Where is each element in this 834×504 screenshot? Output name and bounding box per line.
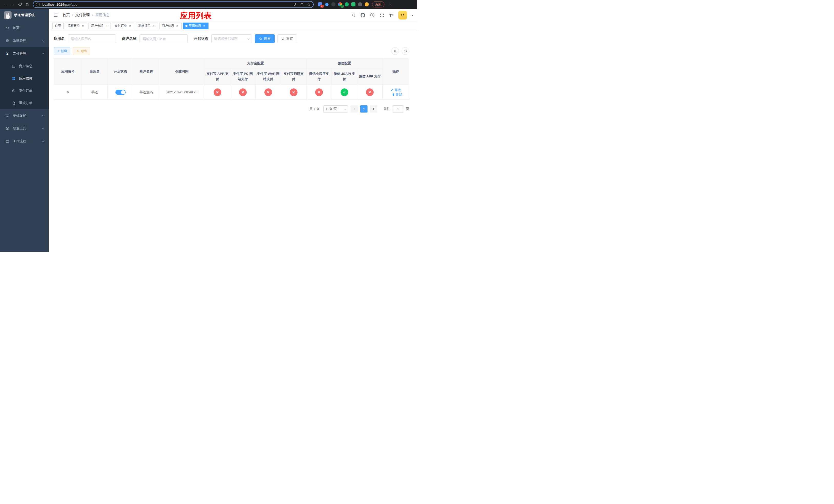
fullscreen-icon[interactable] (379, 13, 385, 18)
tab-refund-orders[interactable]: 退款订单 (136, 23, 158, 29)
group-header-alipay: 支付宝配置 (205, 59, 306, 68)
toggle-search-button[interactable] (391, 47, 399, 55)
delete-link[interactable]: 删除 (392, 92, 402, 97)
next-page-button[interactable] (370, 105, 377, 113)
extension-icon-3[interactable] (330, 1, 337, 8)
sidebar-item-label: 支付管理 (13, 51, 26, 56)
address-bar[interactable]: localhost:1024/pay/app (33, 1, 314, 8)
extension-icon-4[interactable]: 1 (337, 1, 344, 8)
page-size-select[interactable]: 10条/页 (323, 105, 348, 113)
cell-actions: 修改 删除 (382, 85, 409, 100)
breadcrumb-payment[interactable]: 支付管理 (75, 13, 90, 18)
font-size-icon[interactable] (389, 13, 394, 18)
tab-close-icon[interactable] (81, 24, 85, 28)
col-header-merchant: 商户名称 (133, 59, 159, 85)
sidebar-item-label: 研发工具 (13, 126, 26, 131)
prev-page-button[interactable] (351, 105, 358, 113)
browser-menu-button[interactable] (387, 1, 394, 8)
col-header-alipay-pc: 支付宝 PC 网站支付 (230, 68, 256, 85)
tab-user-group[interactable]: 用户分组 (88, 23, 111, 29)
status-select[interactable]: 请选择开启状态 (211, 35, 252, 43)
site-info-icon[interactable] (36, 3, 40, 6)
share-icon[interactable] (300, 3, 304, 6)
bookmark-star-icon[interactable] (307, 2, 311, 7)
tab-close-icon[interactable] (105, 24, 108, 28)
page-number-button[interactable]: 1 (360, 105, 368, 113)
password-key-icon[interactable] (293, 3, 297, 6)
help-icon[interactable] (370, 13, 375, 18)
goto-page-input[interactable] (392, 105, 404, 113)
col-header-actions: 操作 (382, 59, 409, 85)
sidebar-item-infrastructure[interactable]: 基础设施 (0, 109, 49, 122)
search-button[interactable]: 搜索 (255, 35, 275, 43)
update-label: 更新 (375, 2, 381, 7)
extensions-area: 10 1 (317, 1, 370, 8)
tab-merchant-info[interactable]: 商户信息 (159, 23, 181, 29)
sidebar-item-merchant-info[interactable]: 商户信息 (0, 60, 49, 72)
sidebar-item-label: 系统管理 (13, 39, 26, 43)
sidebar-item-payment[interactable]: ¥ 支付管理 (0, 47, 49, 60)
extension-icon-2[interactable] (323, 1, 330, 8)
avatar-caret-icon[interactable] (411, 13, 413, 18)
tab-close-icon[interactable] (175, 24, 179, 28)
search-button-label: 搜索 (264, 37, 270, 41)
extension-icon-6[interactable] (350, 1, 357, 8)
sidebar-item-label: 工作流程 (13, 139, 26, 143)
cell-wechat-app (357, 85, 382, 100)
reset-button[interactable]: 重置 (277, 35, 297, 43)
circle-dot-icon (11, 88, 16, 93)
breadcrumb-home[interactable]: 首页 (63, 13, 70, 18)
extension-icon-1[interactable]: 10 (317, 1, 323, 8)
browser-update-button[interactable]: 更新 (372, 1, 385, 7)
dashboard-icon (5, 26, 10, 30)
sidebar-item-app-info[interactable]: 应用信息 (0, 72, 49, 85)
add-button[interactable]: 新增 (54, 47, 70, 55)
app-logo[interactable]: 芋道管理系统 (0, 9, 49, 22)
app-name-input[interactable] (68, 35, 116, 43)
extension-icon-5[interactable] (344, 1, 350, 8)
sidebar-toggle-icon[interactable] (53, 12, 59, 18)
breadcrumb: 首页 / 支付管理 / 应用信息 (63, 13, 110, 18)
group-header-wechat: 微信配置 (306, 59, 382, 68)
tab-close-icon[interactable] (128, 24, 132, 28)
search-icon[interactable] (351, 13, 356, 18)
sidebar-item-system[interactable]: ⚙ 系统管理 (0, 35, 49, 47)
extension-icon-7[interactable] (357, 1, 364, 8)
filter-form: 应用名 商户名称 开启状态 请选择开启状态 搜索 重置 (54, 35, 409, 43)
table-row: 6 芋道 芋道源码 2021-10-23 08:49:25 (54, 85, 409, 100)
user-avatar[interactable] (398, 11, 407, 20)
export-button[interactable]: 导出 (73, 47, 90, 55)
edit-link[interactable]: 修改 (391, 88, 401, 92)
extension-icon-8[interactable] (364, 1, 370, 8)
tab-payment-orders[interactable]: 支付订单 (112, 23, 134, 29)
browser-reload-button[interactable] (16, 1, 24, 8)
sidebar-item-workflow[interactable]: 工作流程 (0, 135, 49, 148)
chevron-down-icon (344, 108, 347, 110)
sidebar-item-payment-orders[interactable]: 支付订单 (0, 85, 49, 97)
merchant-name-label: 商户名称 (122, 37, 136, 41)
col-header-wechat-mini: 微信小程序支付 (306, 68, 332, 85)
sidebar-item-home[interactable]: 首页 (0, 22, 49, 35)
tab-app-info[interactable]: 应用信息 (183, 23, 208, 29)
tab-home[interactable]: 首页 (52, 23, 64, 29)
col-header-app-name: 应用名 (82, 59, 108, 85)
sidebar-item-dev-tools[interactable]: 研发工具 (0, 122, 49, 135)
active-dot-icon (185, 25, 188, 27)
browser-home-button[interactable] (24, 1, 31, 8)
tab-close-icon[interactable] (202, 24, 206, 28)
tab-label: 商户信息 (162, 24, 174, 28)
status-select-placeholder: 请选择开启状态 (214, 37, 238, 41)
status-toggle[interactable] (115, 90, 126, 95)
merchant-name-input[interactable] (139, 35, 188, 43)
browser-forward-button[interactable] (9, 1, 16, 8)
wechat-app-status-icon (366, 88, 374, 96)
browser-back-button[interactable] (2, 1, 9, 8)
sidebar-item-refund-orders[interactable]: 退款订单 (0, 97, 49, 109)
github-icon[interactable] (360, 13, 366, 18)
refresh-table-button[interactable] (402, 47, 409, 55)
tab-close-icon[interactable] (152, 24, 155, 28)
chevron-down-icon (42, 114, 45, 117)
refresh-icon (281, 37, 285, 41)
chevron-up-icon (42, 53, 45, 55)
tab-process-form[interactable]: 流程表单 (65, 23, 87, 29)
